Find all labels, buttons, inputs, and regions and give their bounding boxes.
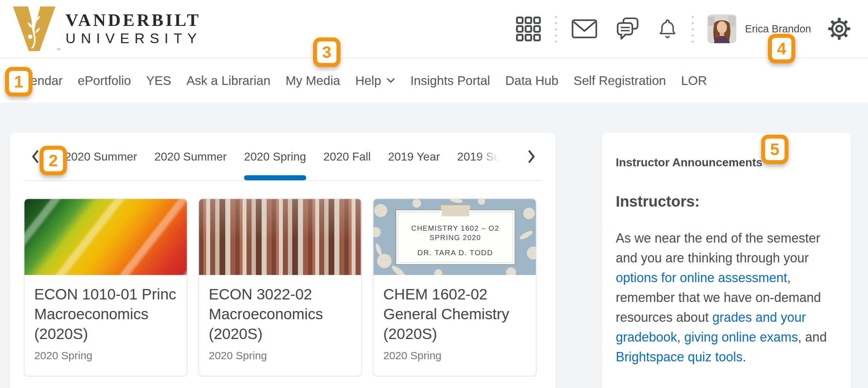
- gear-icon[interactable]: [828, 17, 851, 40]
- user-name[interactable]: Erica Brandon: [745, 23, 811, 35]
- course-title: CHEM 1602-02 General Chemistry (2020S): [383, 284, 526, 344]
- nav-item-yes[interactable]: YES: [146, 73, 171, 88]
- nav-item-my-media[interactable]: My Media: [285, 73, 340, 88]
- announcement-link-options-for-online-assessment[interactable]: options for online assessment: [616, 270, 787, 285]
- header-actions: Erica Brandon: [515, 14, 851, 44]
- tab-2020-fall-4[interactable]: 2020 Fall: [324, 133, 371, 180]
- tab-fade-overlay: [478, 133, 503, 180]
- nav-item-data-hub[interactable]: Data Hub: [505, 73, 559, 88]
- primary-nav-list: CalendarePortfolioYESAsk a LibrarianMy M…: [0, 73, 707, 88]
- slide-instructor-name: DR. TARA D. TODD: [417, 248, 493, 257]
- chevron-right-icon[interactable]: [526, 149, 537, 164]
- nav-item-label: LOR: [681, 73, 707, 88]
- announcement-link-brightspace-quiz-tools[interactable]: Brightspace quiz tools: [616, 349, 742, 364]
- tab-2020-summer-2[interactable]: 2020 Summer: [154, 133, 227, 180]
- course-cards-row: ECON 1010-01 Princ Macroeconomics (2020S…: [24, 198, 542, 376]
- announcement-text: ,: [677, 330, 684, 344]
- nav-item-label: Ask a Librarian: [186, 73, 270, 88]
- primary-nav: CalendarePortfolioYESAsk a LibrarianMy M…: [0, 58, 868, 103]
- course-card-body: ECON 3022-02 Macroeconomics (2020S) 2020…: [199, 275, 361, 362]
- annotation-badge-5: 5: [761, 135, 788, 164]
- nav-item-insights-portal[interactable]: Insights Portal: [410, 73, 490, 88]
- header-divider: [555, 14, 557, 44]
- annotation-badge-3: 3: [313, 37, 340, 67]
- annotation-badge-2: 2: [40, 146, 67, 175]
- course-image-colored-pencils: [24, 199, 187, 275]
- mail-icon[interactable]: [571, 18, 598, 40]
- slide-title-line2: SPRING 2020: [429, 234, 481, 242]
- course-term-tabs: 2020 Summer2020 Summer2020 Spring2020 Fa…: [65, 133, 503, 180]
- course-term: 2020 Spring: [383, 349, 526, 362]
- tab-2020-summer-1[interactable]: 2020 Summer: [65, 133, 137, 180]
- app-grid-icon[interactable]: [515, 16, 541, 42]
- announcements-title: Instructor Announcements: [616, 156, 837, 169]
- user-avatar[interactable]: [707, 14, 736, 43]
- tab-2019-summer-6[interactable]: 2019 Summer: [457, 133, 503, 180]
- course-card-econ-3022[interactable]: ECON 3022-02 Macroeconomics (2020S) 2020…: [198, 198, 362, 376]
- tab-label: 2020 Summer: [65, 150, 137, 163]
- nav-item-lor[interactable]: LOR: [681, 73, 707, 88]
- nav-item-ask-a-librarian[interactable]: Ask a Librarian: [186, 73, 270, 88]
- course-title: ECON 3022-02 Macroeconomics (2020S): [209, 284, 352, 344]
- course-image-red-forest: [199, 199, 361, 275]
- nav-item-label: ePortfolio: [78, 73, 131, 88]
- nav-item-label: My Media: [285, 73, 340, 88]
- tab-label: 2019 Year: [388, 150, 440, 163]
- tab-label: 2020 Fall: [324, 150, 371, 163]
- nav-item-self-registration[interactable]: Self Registration: [574, 73, 666, 88]
- course-card-body: CHEM 1602-02 General Chemistry (2020S) 2…: [374, 275, 536, 362]
- vanderbilt-logo[interactable]: ™ VANDERBILT UNIVERSITY: [12, 5, 202, 53]
- chevron-down-icon: [386, 78, 395, 83]
- logo-wordmark: VANDERBILT UNIVERSITY: [65, 11, 202, 46]
- announcement-text: As we near the end of the semester and y…: [616, 231, 820, 265]
- announcement-footer-partial: For more answers, check out our: [616, 383, 837, 388]
- course-term: 2020 Spring: [34, 349, 177, 362]
- top-header: ™ VANDERBILT UNIVERSITY: [0, 0, 868, 58]
- vanderbilt-v-shield-icon: ™: [12, 5, 56, 53]
- tab-2020-spring-3[interactable]: 2020 Spring: [244, 133, 306, 180]
- trademark-symbol: ™: [56, 48, 60, 52]
- header-divider: [692, 14, 694, 44]
- brightspace-homepage: { "header": { "logo": { "line1": "VANDER…: [0, 0, 868, 388]
- bell-icon[interactable]: [657, 17, 678, 41]
- course-image-title-slide: CHEMISTRY 1602 – O2 SPRING 2020 DR. TARA…: [374, 199, 536, 275]
- course-card-chem-1602[interactable]: CHEMISTRY 1602 – O2 SPRING 2020 DR. TARA…: [373, 198, 537, 376]
- main-content: 2020 Summer2020 Summer2020 Spring2020 Fa…: [0, 103, 868, 388]
- instructor-announcements-widget: Instructor Announcements Instructors: As…: [602, 133, 851, 388]
- nav-item-label: Help: [355, 73, 381, 88]
- chat-icon[interactable]: [615, 16, 641, 41]
- announcement-text: , and: [798, 330, 827, 344]
- my-courses-widget: 2020 Summer2020 Summer2020 Spring2020 Fa…: [10, 133, 555, 388]
- tab-2019-year-5[interactable]: 2019 Year: [388, 133, 440, 180]
- nav-item-help[interactable]: Help: [355, 73, 395, 88]
- logo-line-university: UNIVERSITY: [65, 31, 202, 46]
- nav-item-label: Data Hub: [505, 73, 559, 88]
- announcement-link-giving-online-exams[interactable]: giving online exams: [684, 330, 798, 344]
- nav-item-label: YES: [146, 73, 171, 88]
- nav-item-eportfolio[interactable]: ePortfolio: [78, 73, 131, 88]
- logo-line-vanderbilt: VANDERBILT: [65, 11, 202, 29]
- course-card-econ-1010[interactable]: ECON 1010-01 Princ Macroeconomics (2020S…: [24, 198, 187, 376]
- nav-item-label: Insights Portal: [410, 73, 490, 88]
- course-card-body: ECON 1010-01 Princ Macroeconomics (2020S…: [24, 275, 187, 362]
- course-tabs-row: 2020 Summer2020 Summer2020 Spring2020 Fa…: [24, 133, 542, 181]
- nav-item-label: Self Registration: [574, 73, 666, 88]
- tab-label: 2020 Summer: [154, 150, 227, 163]
- annotation-badge-1: 1: [5, 67, 32, 96]
- course-title: ECON 1010-01 Princ Macroeconomics (2020S…: [34, 284, 177, 344]
- slide-title-line1: CHEMISTRY 1602 – O2: [411, 224, 499, 232]
- course-term: 2020 Spring: [209, 349, 352, 362]
- annotation-badge-4: 4: [768, 34, 795, 63]
- announcement-body: As we near the end of the semester and y…: [616, 228, 837, 367]
- announcements-subheading: Instructors:: [616, 193, 837, 210]
- announcement-text: .: [742, 349, 746, 364]
- tab-label: 2020 Spring: [244, 150, 306, 163]
